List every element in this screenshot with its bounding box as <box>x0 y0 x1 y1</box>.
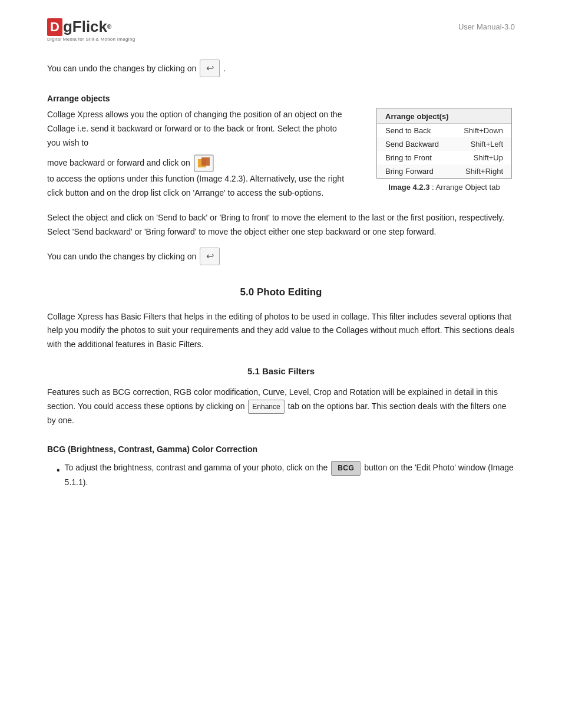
arrange-paragraph2-wrap: move backward or forward and click on to… <box>47 154 350 200</box>
image-caption-number: Image 4.2.3 <box>388 183 429 192</box>
table-cell-shortcut: Shift+Down <box>452 124 511 137</box>
logo-main: D g Flick ® <box>47 18 135 36</box>
bullet-dot: • <box>57 462 60 489</box>
table-cell-action: Bring to Front <box>377 151 452 164</box>
arrange-objects-heading: Arrange objects <box>47 94 515 103</box>
photo-editing-section: 5.0 Photo Editing Collage Xpress has Bas… <box>47 286 515 490</box>
basic-filters-section: 5.1 Basic Filters Features such as BCG c… <box>47 366 515 428</box>
arrange-paragraph2: move backward or forward and click on <box>47 158 190 167</box>
bcg-section: BCG (Brightness, Contrast, Gamma) Color … <box>47 444 515 489</box>
undo-text-bottom: You can undo the changes by clicking on <box>47 252 196 261</box>
bcg-text-before: To adjust the brightness, contrast and g… <box>65 463 328 472</box>
arrange-section-layout: Collage Xpress allows you the option of … <box>47 108 515 200</box>
undo-button-bottom[interactable]: ↩ <box>200 248 220 265</box>
logo-flick: Flick <box>72 18 107 36</box>
arrange-text-left: Collage Xpress allows you the option of … <box>47 108 350 200</box>
table-row: Send Backward Shift+Left <box>377 137 511 151</box>
table-cell-shortcut: Shift+Right <box>452 164 511 178</box>
image-caption-label: : Arrange Object tab <box>432 183 500 192</box>
table-cell-action: Bring Forward <box>377 164 452 178</box>
arrange-table: Send to Back Shift+Down Send Backward Sh… <box>377 124 511 178</box>
table-row: Bring Forward Shift+Right <box>377 164 511 178</box>
logo: D g Flick ® Digital Media for Still & Mo… <box>47 18 135 42</box>
undo-text-before: You can undo the changes by clicking on <box>47 62 196 75</box>
arrange-right: Arrange object(s) Send to Back Shift+Dow… <box>373 108 515 200</box>
image-caption-423: Image 4.2.3 : Arrange Object tab <box>388 183 500 192</box>
page-container: D g Flick ® Digital Media for Still & Mo… <box>0 0 562 529</box>
arrange-table-box: Arrange object(s) Send to Back Shift+Dow… <box>376 108 512 179</box>
table-row: Bring to Front Shift+Up <box>377 151 511 164</box>
enhance-button[interactable]: Enhance <box>248 400 284 414</box>
page-header: D g Flick ® Digital Media for Still & Mo… <box>47 18 515 42</box>
undo-text-after: . <box>223 62 226 75</box>
table-cell-shortcut: Shift+Up <box>452 151 511 164</box>
bcg-bullet-text: To adjust the brightness, contrast and g… <box>65 461 515 489</box>
arrange-icon <box>194 154 214 172</box>
logo-d: D <box>47 18 62 36</box>
bcg-bullet-item: • To adjust the brightness, contrast and… <box>57 461 515 489</box>
bcg-heading: BCG (Brightness, Contrast, Gamma) Color … <box>47 444 515 454</box>
photo-editing-intro: Collage Xpress has Basic Filters that he… <box>47 310 515 352</box>
logo-subtitle: Digital Media for Still & Motion Imaging <box>47 37 135 42</box>
svg-rect-2 <box>201 157 210 166</box>
manual-version: User Manual-3.0 <box>458 22 515 31</box>
logo-trademark: ® <box>107 24 111 30</box>
undo-line-bottom: You can undo the changes by clicking on … <box>47 248 515 265</box>
undo-line-top: You can undo the changes by clicking on … <box>47 60 515 77</box>
table-cell-action: Send Backward <box>377 137 452 151</box>
logo-g: g <box>63 18 72 36</box>
arrange-objects-section: Arrange objects Collage Xpress allows yo… <box>47 94 515 200</box>
photo-editing-title: 5.0 Photo Editing <box>47 286 515 298</box>
table-row: Send to Back Shift+Down <box>377 124 511 137</box>
arrange-paragraph3: to access the options under this functio… <box>47 174 344 197</box>
basic-filters-text: Features such as BCG correction, RGB col… <box>47 386 515 428</box>
table-cell-shortcut: Shift+Left <box>452 137 511 151</box>
arrange-table-title: Arrange object(s) <box>377 108 511 124</box>
undo-button-top[interactable]: ↩ <box>200 60 220 77</box>
table-cell-action: Send to Back <box>377 124 452 137</box>
arrange-paragraph1: Collage Xpress allows you the option of … <box>47 108 350 150</box>
bcg-button[interactable]: BCG <box>331 461 361 475</box>
basic-filters-title: 5.1 Basic Filters <box>47 366 515 376</box>
body-paragraph1: Select the object and click on 'Send to … <box>47 211 515 239</box>
